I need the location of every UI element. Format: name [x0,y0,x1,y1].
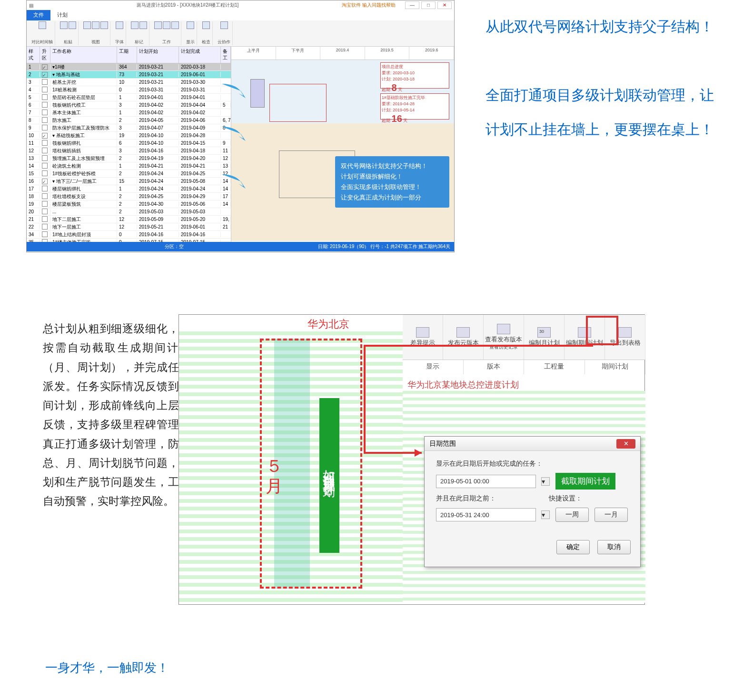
subtab-version[interactable]: 版本 [464,360,525,374]
mark-icon [131,21,139,29]
ribbon-group-mark[interactable]: 标记 [129,21,149,45]
gantt-task-box [250,79,265,108]
quick-set-label: 快捷设置： [549,494,582,503]
ribbon-group-check[interactable]: 检查 [200,21,213,45]
checkbox[interactable] [42,140,48,146]
checkbox[interactable] [42,72,48,78]
project-title: 华为北京 [307,317,349,331]
minimize-button[interactable]: — [405,1,419,9]
split-icon [171,21,179,29]
ok-button[interactable]: 确定 [556,540,590,554]
checkbox[interactable] [42,110,48,115]
start-date-input[interactable]: 2019-05-01 00:00 [436,475,536,488]
checkbox[interactable] [42,186,48,191]
task-row[interactable]: 151#筏板砼模护砼拆模22019-04-242019-04-2512 [27,170,231,178]
ribbon-group-cloud[interactable]: 云协作 [216,21,233,45]
app-logo-icon: ▤ [29,3,33,8]
project-app-window: ▤ 斑马进度计划2019 - [XXX地块1#2#楼工程计划1] 淘宝软件 输入… [26,0,455,252]
one-week-button[interactable]: 一周 [555,508,589,522]
task-row[interactable]: 14砼浇筑土检测12019-04-212019-04-2113 [27,162,231,170]
task-row[interactable]: 5垫层砖石砼石层垫层12019-04-012019-04-01 [27,94,231,101]
ribbon-group-work[interactable]: 工作 [152,21,181,45]
start-date-label: 显示在此日期后开始或完成的任务： [436,460,629,468]
month-label: ５月 [262,448,286,465]
checkbox[interactable] [42,216,48,222]
task-row[interactable]: 1▾1#楼3642019-03-212020-03-18 [27,63,231,71]
subtab-show[interactable]: 显示 [403,360,464,374]
checkbox[interactable] [42,231,48,237]
checkbox[interactable] [42,125,48,130]
task-row[interactable]: 21地下二层施工122019-05-092019-05-2019, 20 [27,216,231,223]
status-bar: 分区：空 日期: 2019-06-19（90） 行号：-1 共247项工作 施工… [27,242,454,251]
checkbox[interactable] [42,133,48,139]
task-row[interactable]: 16▾ 地下三/二/一层施工152019-04-242019-05-0814 [27,178,231,185]
checkbox[interactable] [42,155,48,161]
checkbox[interactable] [42,148,48,153]
task-row[interactable]: 10▾ 基础筏板施工192019-04-102019-04-28 [27,132,231,140]
gantt-chart[interactable]: 上半月 下半月 2019.4 2019.5 2019.6 项目总进度 要求: 2… [231,47,454,242]
maximize-button[interactable]: □ [421,1,436,9]
ribbon-month-plan[interactable]: 30编制月计划 [524,315,565,360]
end-date-input[interactable]: 2019-05-31 24:00 [436,508,536,521]
task-row[interactable]: 2▾ 地基与基础732019-03-212019-06-01 [27,71,231,79]
task-row[interactable]: 3桩基土开挖102019-03-212019-03-30 [27,79,231,86]
ribbon-history[interactable]: 查看发布版本查看历史记录 [484,315,524,360]
task-row[interactable]: 8防水施工22019-04-052019-04-066, 7 [27,117,231,124]
date-range-dialog: 日期范围 ✕ 显示在此日期后开始或完成的任务： 2019-05-01 00:00… [424,436,641,567]
subtab-qty[interactable]: 工程量 [524,360,585,374]
task-row[interactable]: 19楼层梁板预筑22019-04-302019-05-0614 [27,200,231,208]
checkbox[interactable] [42,102,48,108]
tab-plan[interactable]: 计划 [50,10,74,20]
checkbox[interactable] [42,170,48,176]
ribbon-group-paste[interactable]: 粘贴 [58,21,79,45]
compare-icon [39,21,46,29]
ribbon-group-compare[interactable]: 对比时间轴 [30,21,55,45]
cancel-button[interactable]: 取消 [597,540,631,554]
task-row[interactable]: 17楼层钢筋绑扎12019-04-242019-04-2414 [27,185,231,193]
one-month-button[interactable]: 一月 [594,508,628,522]
ribbon-group-font[interactable]: 字体 [113,21,126,45]
dialog-titlebar[interactable]: 日期范围 ✕ [425,437,640,451]
task-row[interactable]: 22地下一层施工122019-05-212019-06-0121 [27,223,231,231]
task-row[interactable]: 341#地上结构层封顶02019-04-162019-04-16 [27,231,231,239]
task-row[interactable]: 7基本主体施工12019-04-022019-04-02 [27,109,231,117]
task-row[interactable]: 20...22019-05-032019-05-03 [27,208,231,216]
date-picker-icon[interactable]: ▾ [541,477,550,486]
task-row[interactable]: 18塔柱墙模板支设22019-04-252019-04-2917 [27,193,231,200]
ribbon-publish[interactable]: 发布云版本 [443,315,484,360]
checkbox[interactable] [42,87,48,92]
layout-icon [100,21,108,29]
checkbox[interactable] [42,79,48,85]
work-icon [154,21,162,29]
task-row[interactable]: 13预埋施工及上水预留预埋22019-04-192019-04-2012 [27,155,231,162]
task-table[interactable]: 样式 升区 工作名称 工期 计划开始 计划完成 备工 1▾1#楼3642019-… [27,47,231,242]
view-icon [83,21,91,29]
checkbox[interactable] [42,209,48,214]
curved-arrow-icon [219,124,248,143]
subtab-period[interactable]: 期间计划 [585,360,646,374]
task-row[interactable]: 41#桩基检测02019-03-312019-03-31 [27,86,231,94]
ribbon-group-view[interactable]: 视图 [81,21,110,45]
task-row[interactable]: 9防水保护层施工及预埋防水32019-04-072019-04-098 [27,124,231,132]
checkbox[interactable] [42,179,48,184]
checkbox[interactable] [42,201,48,207]
link-icon [163,21,170,29]
task-row[interactable]: 11筏板钢筋绑扎62019-04-102019-04-159 [27,140,231,147]
task-row[interactable]: 6筏板钢筋代模工32019-04-022019-04-045 [27,101,231,109]
tab-file[interactable]: 文件 [27,10,50,20]
checkbox[interactable] [42,224,48,230]
close-button[interactable]: ✕ [437,1,452,9]
task-row[interactable]: 12塔柱钢筋插筋32019-04-162019-04-1811 [27,147,231,155]
task-row[interactable]: 351#楼主体验工完毕02019-07-152019-07-15 [27,239,231,242]
checkbox[interactable] [42,94,48,100]
gantt-timeline: 上半月 下半月 2019.4 2019.5 2019.6 [231,47,454,60]
checkbox[interactable] [42,163,48,169]
date-picker-icon[interactable]: ▾ [541,510,550,519]
dialog-close-button[interactable]: ✕ [616,439,635,449]
checkbox[interactable] [42,64,48,70]
ribbon-group-show[interactable]: 显示 [184,21,197,45]
checkbox[interactable] [42,239,48,242]
checkbox[interactable] [42,117,48,123]
ribbon-diff[interactable]: 差异提示 [403,315,443,360]
checkbox[interactable] [42,193,48,199]
